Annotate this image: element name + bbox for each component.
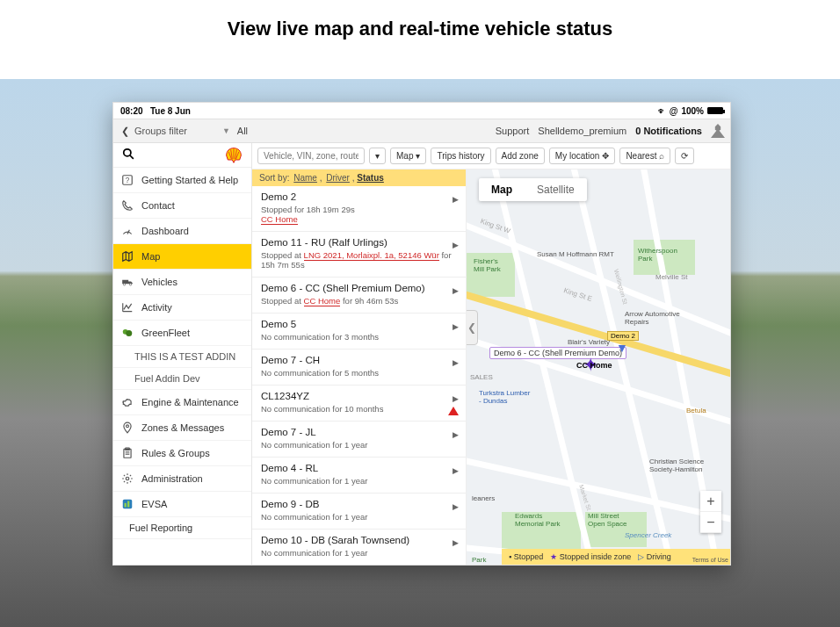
battery-icon (707, 107, 723, 114)
chevron-right-icon: ▶ (453, 195, 459, 204)
device-frame: 08:20 Tue 8 Jun ᯤ @ 100% ❮ Groups filter… (112, 102, 731, 566)
sidebar-item-label: Getting Started & Help (141, 175, 238, 185)
sidebar-item-map[interactable]: Map (113, 244, 251, 270)
vehicle-status: No communication for 10 months (261, 404, 457, 414)
vehicle-item[interactable]: Demo 6 - CC (Shell Premium Demo) Stopped… (252, 277, 466, 314)
vehicle-title: Demo 2 (261, 191, 457, 202)
sidebar-item-fuel-addin[interactable]: Fuel Addin Dev (113, 368, 251, 390)
sidebar-item-dashboard[interactable]: Dashboard (113, 219, 251, 244)
map-marker-label[interactable]: Demo 6 - CC (Shell Premium Demo) (489, 347, 626, 359)
map-poi: leaners (472, 494, 495, 502)
map-marker-demo2[interactable]: Demo 2 (607, 331, 639, 341)
vehicle-status: No communication for 5 months (261, 368, 457, 378)
search-icon[interactable] (122, 148, 134, 162)
vehicle-item[interactable]: Demo 11 - RU (Ralf Urlings) Stopped at L… (252, 232, 466, 277)
sidebar-item-test-addin[interactable]: THIS IS A TEST ADDIN (113, 346, 251, 368)
diamond-marker-icon: ▼ (616, 341, 628, 355)
map-poi: Turkstra Lumber - Dundas (479, 389, 530, 405)
sidebar-item-vehicles[interactable]: Vehicles (113, 270, 251, 295)
vehicle-title: Demo 4 - RL (261, 463, 457, 473)
sort-name[interactable]: Name (293, 173, 317, 183)
sidebar-item-label: Engine & Maintenance (141, 397, 239, 407)
svg-point-9 (127, 425, 129, 428)
sidebar-item-label: Rules & Groups (141, 448, 210, 458)
map-pane[interactable]: ❮ Map Satellite Fisher's Mill Park Susan… (467, 169, 730, 565)
sidebar-item-greenfleet[interactable]: GreenFleet (113, 321, 251, 346)
sidebar-item-engine[interactable]: Engine & Maintenance (113, 390, 251, 415)
sidebar-item-admin[interactable]: Administration (113, 466, 251, 492)
sidebar-item-label: Vehicles (141, 277, 177, 287)
vehicle-list[interactable]: Demo 2 Stopped for 18h 19m 29s CC Home ▶… (252, 186, 466, 565)
support-link[interactable]: Support (496, 126, 530, 136)
map-terms[interactable]: Terms of Use (692, 557, 728, 563)
nearest-button[interactable]: Nearest ⌕ (619, 148, 670, 164)
back-button[interactable]: ❮ (119, 126, 131, 137)
vehicle-status: Stopped for 18h 19m 29s (261, 205, 457, 214)
vehicle-item[interactable]: Demo 2 Stopped for 18h 19m 29s CC Home ▶ (252, 186, 466, 232)
account-name[interactable]: Shelldemo_premium (538, 126, 626, 136)
collapse-panel-button[interactable]: ❮ (467, 310, 478, 345)
vehicle-item[interactable]: Demo 9 - DB No communication for 1 year … (252, 494, 466, 530)
zoom-in-button[interactable]: + (700, 491, 721, 512)
map-poi: Spencer Creek (625, 531, 671, 539)
sidebar-item-label: GreenFleet (141, 328, 190, 338)
sidebar-item-evsa[interactable]: EVSA (113, 492, 251, 517)
search-dropdown-caret[interactable]: ▾ (369, 148, 386, 164)
vehicle-title: Demo 10 - DB (Sarah Townsend) (261, 535, 457, 545)
satellite-tab[interactable]: Satellite (525, 178, 587, 201)
chevron-right-icon: ▶ (453, 322, 459, 331)
caret-down-icon: ▼ (222, 126, 230, 135)
zoom-out-button[interactable]: − (700, 512, 721, 533)
map-poi: Mill Street Open Space (588, 512, 626, 528)
sidebar-item-label: Contact (141, 200, 175, 211)
svg-point-0 (124, 149, 131, 156)
pin-icon (120, 421, 134, 435)
refresh-button[interactable]: ⟳ (675, 148, 694, 164)
sidebar-item-help[interactable]: ? Getting Started & Help (113, 168, 251, 193)
battery-pct: 100% (681, 106, 704, 116)
vehicle-item[interactable]: Demo 5 No communication for 3 months ▶ (252, 314, 466, 350)
add-zone-button[interactable]: Add zone (496, 148, 545, 164)
groups-filter-label: Groups filter (134, 126, 187, 136)
sidebar-item-label: THIS IS A TEST ADDIN (134, 351, 235, 362)
sidebar-item-zones[interactable]: Zones & Messages (113, 415, 251, 441)
my-location-button[interactable]: My location ✥ (549, 148, 616, 164)
trips-history-button[interactable]: Trips history (431, 148, 490, 164)
gear-icon (120, 472, 134, 486)
vehicle-item[interactable]: CL1234YZ No communication for 10 months … (252, 386, 466, 422)
vehicle-title: Demo 5 (261, 319, 457, 329)
notifications-button[interactable]: 0 Notifications (635, 126, 702, 136)
sidebar-item-label: Dashboard (141, 226, 189, 236)
sort-status[interactable]: Status (357, 173, 384, 183)
sidebar-item-activity[interactable]: Activity (113, 295, 251, 321)
svg-point-6 (129, 284, 131, 285)
avatar-icon[interactable] (711, 124, 725, 138)
phone-icon (120, 198, 134, 213)
sort-driver[interactable]: Driver (326, 173, 350, 183)
vehicle-title: Demo 11 - RU (Ralf Urlings) (261, 237, 457, 248)
map-tab[interactable]: Map (479, 178, 525, 201)
groups-filter-dropdown[interactable]: Groups filter ▼ (134, 126, 230, 136)
svg-rect-17 (127, 501, 129, 508)
statusbar-right: ᯤ @ 100% (658, 106, 723, 116)
vehicle-item[interactable]: Demo 10 - DB (Sarah Townsend) No communi… (252, 530, 466, 565)
vehicle-location: CC Home (261, 214, 457, 224)
map-poi: Blair's Variety (568, 338, 610, 346)
wifi-icon: ᯤ @ (658, 106, 678, 116)
map-poi: Arrow Automotive Repairs (625, 310, 680, 326)
sidebar-item-fuel-reporting[interactable]: Fuel Reporting (113, 517, 251, 539)
search-input[interactable] (257, 148, 365, 164)
vehicle-item[interactable]: Demo 7 - JL No communication for 1 year … (252, 422, 466, 458)
vehicle-item[interactable]: Demo 4 - RL No communication for 1 year … (252, 458, 466, 494)
chevron-right-icon: ▶ (453, 502, 459, 511)
groups-filter-value: All (237, 126, 248, 136)
map-dropdown-button[interactable]: Map ▾ (390, 148, 426, 164)
sidebar-item-label: EVSA (141, 499, 167, 509)
sidebar-item-rules[interactable]: Rules & Groups (113, 441, 251, 466)
sidebar-item-label: Activity (141, 302, 172, 313)
vehicle-item[interactable]: Demo 7 - CH No communication for 5 month… (252, 350, 466, 386)
sidebar-item-contact[interactable]: Contact (113, 193, 251, 219)
chevron-right-icon: ▶ (453, 466, 459, 475)
chevron-right-icon: ▶ (453, 241, 459, 249)
vehicle-title: Demo 6 - CC (Shell Premium Demo) (261, 283, 457, 293)
